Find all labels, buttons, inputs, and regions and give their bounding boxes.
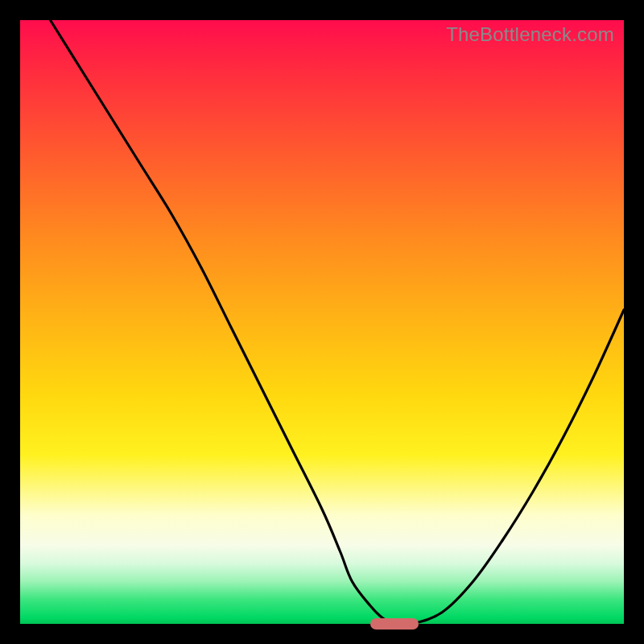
- min-marker: [370, 618, 419, 630]
- bottleneck-curve: [51, 20, 625, 625]
- plot-area: TheBottleneck.com: [20, 20, 624, 624]
- chart-frame: TheBottleneck.com: [0, 0, 644, 644]
- curve-svg: [20, 20, 624, 624]
